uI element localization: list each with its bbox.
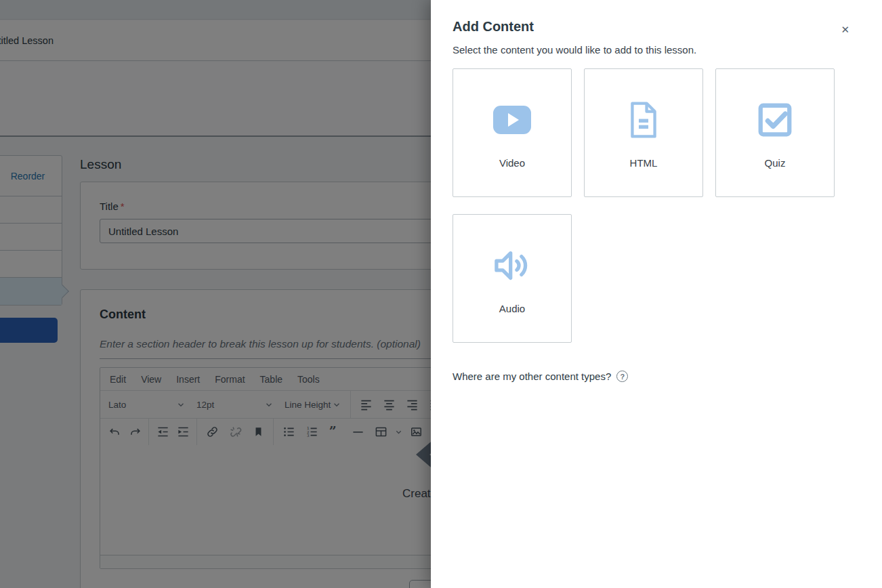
content-type-card-audio[interactable]: Audio xyxy=(453,214,572,343)
content-type-grid: Video HTML Quiz Audio xyxy=(453,68,860,343)
content-type-label: HTML xyxy=(585,157,702,169)
video-play-icon xyxy=(492,101,532,139)
quiz-checkbox-icon xyxy=(755,101,795,139)
screen: Untitled Lesson Reorder Lesson Title* xyxy=(0,0,882,588)
help-icon[interactable]: ? xyxy=(616,371,628,382)
content-type-card-quiz[interactable]: Quiz xyxy=(715,68,835,197)
other-content-types-question: Where are my other content types? xyxy=(453,371,611,382)
modal-title: Add Content xyxy=(453,19,860,35)
add-content-modal: Add Content ✕ Select the content you wou… xyxy=(431,0,882,588)
content-type-card-html[interactable]: HTML xyxy=(584,68,703,197)
modal-footer: Where are my other content types? ? xyxy=(453,371,860,382)
content-type-label: Audio xyxy=(453,303,571,314)
html-document-icon xyxy=(623,101,664,139)
close-icon[interactable]: ✕ xyxy=(841,24,849,35)
content-type-label: Video xyxy=(453,157,571,169)
content-type-card-video[interactable]: Video xyxy=(453,68,572,197)
modal-subtitle: Select the content you would like to add… xyxy=(453,44,860,56)
audio-speaker-icon xyxy=(492,247,532,285)
content-type-label: Quiz xyxy=(716,157,834,169)
